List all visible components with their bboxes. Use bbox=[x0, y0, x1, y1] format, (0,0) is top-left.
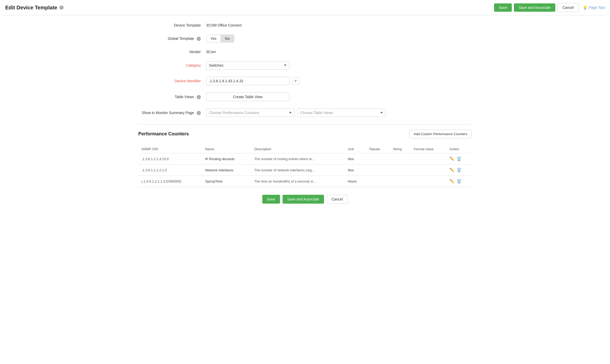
cell-string bbox=[390, 176, 410, 187]
bottom-save-associate-button[interactable]: Save and Associate bbox=[283, 195, 324, 204]
device-identifier-row: Device Identifier + bbox=[138, 77, 472, 85]
col-header-string: String bbox=[390, 145, 410, 153]
monitor-summary-label: Show in Monitor Summary Page i bbox=[138, 111, 206, 115]
cell-tabular bbox=[366, 176, 390, 187]
cell-action: ✏️ 🗑️ bbox=[446, 165, 472, 176]
col-header-tabular: Tabular bbox=[366, 145, 390, 153]
create-table-view-button[interactable]: Create Table View bbox=[206, 92, 289, 101]
no-button[interactable]: No bbox=[221, 35, 234, 42]
cell-description: The number of network interfaces (reg... bbox=[251, 165, 345, 176]
table-views-label: Table Views i bbox=[138, 95, 206, 99]
save-and-associate-button[interactable]: Save and Associate bbox=[514, 3, 555, 12]
table-row: .1.3.6.1.2.1.4.23.0 IP Routing discards … bbox=[138, 153, 472, 165]
cell-format-value bbox=[410, 153, 446, 165]
edit-icon-2[interactable]: ✏️ bbox=[450, 179, 455, 184]
header-info-icon[interactable]: i bbox=[59, 5, 64, 10]
action-icons-2: ✏️ 🗑️ bbox=[450, 179, 469, 184]
bottom-actions: Save Save and Associate Cancel bbox=[138, 195, 472, 211]
delete-icon-1[interactable]: 🗑️ bbox=[457, 168, 462, 172]
col-header-snmp-oid: SNMP OID bbox=[138, 145, 202, 153]
device-identifier-label: Device Identifier bbox=[138, 79, 206, 83]
cell-snmp-oid: (.1.3.6.1.2.1.1.3.0/360000) bbox=[138, 176, 202, 187]
page-tips-link[interactable]: 💡 Page Tips bbox=[583, 5, 605, 10]
header-left: Edit Device Template i bbox=[5, 5, 64, 11]
global-template-row: Global Template i Yes No bbox=[138, 35, 472, 42]
global-template-info-icon[interactable]: i bbox=[197, 37, 201, 41]
category-row: Category Switches Routers Firewalls Serv… bbox=[138, 61, 472, 70]
add-custom-performance-counters-button[interactable]: Add Custom Performance Counters bbox=[409, 130, 472, 138]
monitor-summary-info-icon[interactable]: i bbox=[197, 111, 201, 115]
section-divider bbox=[138, 124, 472, 124]
cell-name: IP Routing discards bbox=[202, 153, 251, 165]
table-header-row: SNMP OID Name Description Unit Tabular S… bbox=[138, 145, 472, 153]
section-title: Performance Counters bbox=[138, 131, 189, 137]
page-tips-label: Page Tips bbox=[589, 5, 605, 10]
performance-counters-section-header: Performance Counters Add Custom Performa… bbox=[138, 130, 472, 141]
action-icons-0: ✏️ 🗑️ bbox=[450, 156, 469, 161]
vendor-row: Vendor 3Com bbox=[138, 50, 472, 54]
choose-table-views-select[interactable]: Choose Table Views bbox=[297, 109, 386, 117]
page-title: Edit Device Template bbox=[5, 5, 57, 11]
action-icons-1: ✏️ 🗑️ bbox=[450, 168, 469, 172]
cell-name: Network Interfaces bbox=[202, 165, 251, 176]
delete-icon-2[interactable]: 🗑️ bbox=[457, 179, 462, 184]
vendor-value: 3Com bbox=[206, 50, 216, 54]
cell-tabular bbox=[366, 153, 390, 165]
cell-string bbox=[390, 153, 410, 165]
yes-no-toggle: Yes No bbox=[206, 35, 234, 42]
cell-snmp-oid: .1.3.6.1.2.1.4.23.0 bbox=[138, 153, 202, 165]
table-row: .1.3.6.1.2.1.2.1.0 Network Interfaces Th… bbox=[138, 165, 472, 176]
cell-name: SysUpTime bbox=[202, 176, 251, 187]
main-content: Device Template 3COM Office Connect Glob… bbox=[123, 15, 487, 219]
save-button[interactable]: Save bbox=[494, 3, 512, 12]
cell-format-value bbox=[410, 165, 446, 176]
edit-icon-0[interactable]: ✏️ bbox=[450, 156, 455, 161]
category-label: Category bbox=[138, 63, 206, 67]
cell-unit: Hours bbox=[345, 176, 366, 187]
table-views-info-icon[interactable]: i bbox=[197, 95, 201, 99]
category-select[interactable]: Switches Routers Firewalls Servers Other bbox=[206, 61, 289, 70]
cancel-button[interactable]: Cancel bbox=[557, 3, 579, 12]
device-template-value: 3COM Office Connect bbox=[206, 23, 242, 27]
vendor-label: Vendor bbox=[138, 50, 206, 54]
cell-format-value bbox=[410, 176, 446, 187]
cell-description: The time (in hundredths of a second) si.… bbox=[251, 176, 345, 187]
global-template-label: Global Template i bbox=[138, 36, 206, 41]
device-template-row: Device Template 3COM Office Connect bbox=[138, 23, 472, 27]
yes-button[interactable]: Yes bbox=[206, 35, 221, 42]
monitor-summary-row: Show in Monitor Summary Page i Choose Pe… bbox=[138, 109, 472, 117]
col-header-format-value: Format value bbox=[410, 145, 446, 153]
monitor-dropdowns: Choose Performance Counters Choose Table… bbox=[206, 109, 386, 117]
add-identifier-button[interactable]: + bbox=[292, 77, 299, 85]
header-actions: Save Save and Associate Cancel 💡 Page Ti… bbox=[494, 3, 605, 12]
bottom-save-button[interactable]: Save bbox=[262, 195, 280, 204]
device-identifier-group: + bbox=[206, 77, 299, 85]
page-header: Edit Device Template i Save Save and Ass… bbox=[0, 0, 610, 15]
delete-icon-0[interactable]: 🗑️ bbox=[457, 156, 462, 161]
cell-unit: Nos bbox=[345, 165, 366, 176]
edit-icon-1[interactable]: ✏️ bbox=[450, 168, 455, 172]
col-header-unit: Unit bbox=[345, 145, 366, 153]
bottom-cancel-button[interactable]: Cancel bbox=[327, 195, 348, 204]
col-header-name: Name bbox=[202, 145, 251, 153]
cell-description: The number of routing entries which w... bbox=[251, 153, 345, 165]
performance-counters-table: SNMP OID Name Description Unit Tabular S… bbox=[138, 145, 472, 187]
cell-snmp-oid: .1.3.6.1.2.1.2.1.0 bbox=[138, 165, 202, 176]
device-template-label: Device Template bbox=[138, 23, 206, 27]
col-header-description: Description bbox=[251, 145, 345, 153]
cell-action: ✏️ 🗑️ bbox=[446, 153, 472, 165]
cell-action: ✏️ 🗑️ bbox=[446, 176, 472, 187]
device-identifier-input[interactable] bbox=[206, 77, 289, 85]
table-row: (.1.3.6.1.2.1.1.3.0/360000) SysUpTime Th… bbox=[138, 176, 472, 187]
cell-tabular bbox=[366, 165, 390, 176]
bulb-icon: 💡 bbox=[583, 5, 587, 10]
cell-unit: Nos bbox=[345, 153, 366, 165]
table-views-row: Table Views i Create Table View bbox=[138, 92, 472, 101]
col-header-action: Action bbox=[446, 145, 472, 153]
choose-performance-counters-select[interactable]: Choose Performance Counters bbox=[206, 109, 295, 117]
cell-string bbox=[390, 165, 410, 176]
